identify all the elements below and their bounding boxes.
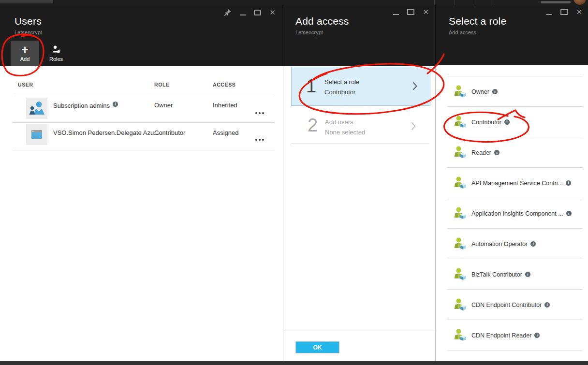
divider	[447, 350, 583, 350]
role-item-automation-operator[interactable]: Automation Operator	[447, 228, 583, 259]
blade-subtitle: Add access	[449, 29, 476, 35]
footer-divider	[283, 331, 435, 331]
step-title: Select a role	[324, 78, 359, 86]
ok-button[interactable]: OK	[295, 341, 339, 353]
role-label: CDN Endpoint Contributor	[471, 302, 542, 308]
select-role-blade: ✕ Select a role Add access Owner Contrib…	[436, 5, 588, 361]
maximize-icon[interactable]	[254, 10, 261, 15]
info-icon[interactable]	[113, 102, 118, 107]
account-label-clipped	[541, 1, 571, 3]
role-label: Contributor	[471, 119, 501, 126]
role-item-cdn-endpoint-contributor[interactable]: CDN Endpoint Contributor	[447, 289, 583, 320]
info-icon[interactable]	[530, 241, 536, 247]
column-header-user: USER	[18, 82, 33, 88]
role-item-app-insights[interactable]: Application Insights Component ...	[447, 198, 583, 229]
add-button-label: Add	[20, 56, 30, 62]
role-item-reader[interactable]: Reader	[447, 137, 583, 168]
role-person-cube-icon	[454, 237, 467, 250]
context-menu-icon[interactable]	[255, 139, 264, 141]
pin-icon[interactable]	[224, 9, 232, 16]
blade-title: Users	[15, 15, 42, 27]
people-group-icon	[26, 98, 47, 119]
users-blade-header: ✕ Users Letsencrypt + Add Roles	[0, 5, 282, 66]
roles-icon	[51, 45, 61, 55]
chevron-right-icon	[412, 82, 417, 90]
step-select-role[interactable]: 1 Select a role Contributor	[291, 67, 430, 106]
close-icon[interactable]: ✕	[576, 9, 582, 15]
chevron-right-icon	[411, 122, 416, 131]
users-blade: ✕ Users Letsencrypt + Add Roles USER ROL…	[0, 5, 282, 361]
info-icon[interactable]	[504, 119, 510, 125]
info-icon[interactable]	[566, 180, 571, 186]
add-access-blade: ✕ Add access Letsencrypt 1 Select a role…	[283, 5, 435, 361]
user-avatar[interactable]	[573, 0, 586, 5]
role-person-cube-icon	[454, 116, 467, 129]
role-person-cube-icon	[454, 146, 467, 159]
step-number: 1	[306, 76, 316, 97]
minimize-icon[interactable]	[546, 10, 552, 15]
topbar-separator	[434, 0, 435, 5]
maximize-icon[interactable]	[560, 9, 568, 15]
app-window-icon	[26, 124, 47, 145]
divider	[13, 150, 274, 150]
blade-title: Add access	[295, 15, 349, 27]
role-label: Application Insights Component ...	[471, 210, 563, 217]
browser-tab-remnant	[0, 0, 53, 3]
role-item-owner[interactable]: Owner	[447, 76, 583, 107]
bottom-strip	[0, 361, 588, 365]
roles-button-label: Roles	[49, 56, 63, 62]
info-icon[interactable]	[566, 211, 572, 216]
blade-gap	[435, 5, 436, 65]
context-menu-icon[interactable]	[255, 112, 264, 114]
role-person-cube-icon	[454, 176, 467, 190]
user-access: Assigned	[213, 129, 238, 136]
role-label: CDN Endpoint Reader	[471, 332, 531, 339]
user-role: Contributor	[154, 129, 185, 136]
minimize-icon[interactable]	[240, 10, 246, 15]
top-bar	[0, 0, 588, 5]
role-person-cube-icon	[454, 207, 467, 220]
blade-gap	[283, 66, 283, 361]
blade-subtitle: Letsencrypt	[295, 29, 323, 35]
divider	[291, 144, 429, 144]
user-access: Inherited	[213, 102, 237, 109]
role-item-cdn-endpoint-reader[interactable]: CDN Endpoint Reader	[447, 320, 583, 350]
role-person-cube-icon	[454, 268, 467, 281]
role-label: BizTalk Contributor	[471, 271, 522, 278]
blade-title: Select a role	[449, 15, 506, 27]
info-icon[interactable]	[492, 89, 498, 94]
role-label: Reader	[471, 149, 491, 156]
role-person-cube-icon	[454, 329, 467, 342]
topbar-separator	[455, 0, 455, 5]
blade-gap	[282, 5, 283, 66]
step-number: 2	[308, 115, 318, 136]
add-access-blade-header: ✕ Add access Letsencrypt	[283, 5, 435, 66]
blade-subtitle: Letsencrypt	[15, 29, 42, 35]
user-role: Owner	[154, 102, 173, 109]
role-item-api-management[interactable]: API Management Service Contri...	[447, 167, 583, 198]
maximize-icon[interactable]	[407, 9, 414, 15]
info-icon[interactable]	[525, 272, 530, 277]
role-label: API Management Service Contri...	[471, 180, 563, 187]
column-header-access: ACCESS	[213, 82, 235, 88]
close-icon[interactable]: ✕	[269, 9, 276, 16]
info-icon[interactable]	[544, 302, 550, 307]
divider	[13, 94, 274, 94]
add-button[interactable]: + Add	[11, 41, 39, 66]
info-icon[interactable]	[534, 333, 540, 338]
role-item-biztalk-contributor[interactable]: BizTalk Contributor	[447, 259, 583, 290]
azure-portal-screen: ✕ Users Letsencrypt + Add Roles USER ROL…	[0, 0, 588, 365]
roles-button[interactable]: Roles	[44, 41, 68, 66]
column-header-role: ROLE	[154, 82, 170, 88]
info-icon[interactable]	[494, 150, 500, 155]
step-title: Add users	[325, 118, 353, 126]
role-label: Automation Operator	[471, 241, 528, 248]
close-icon[interactable]: ✕	[423, 9, 429, 15]
minimize-icon[interactable]	[393, 10, 399, 15]
user-name: Subscription admins	[53, 102, 118, 109]
step-add-users[interactable]: 2 Add users None selected	[291, 110, 429, 144]
role-item-contributor[interactable]: Contributor	[447, 106, 583, 137]
plus-icon: +	[21, 45, 28, 55]
topbar-separator	[475, 0, 475, 5]
step-value: None selected	[325, 129, 365, 136]
